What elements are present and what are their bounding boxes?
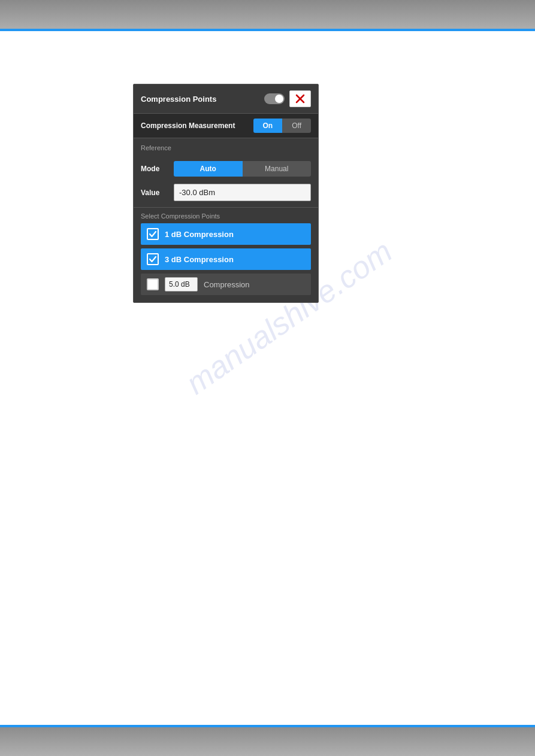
compression-toggle[interactable]	[264, 93, 285, 104]
bottom-bar	[0, 725, 535, 756]
auto-button[interactable]: Auto	[174, 161, 243, 177]
reference-section: Reference	[134, 138, 318, 157]
off-button[interactable]: Off	[282, 119, 311, 133]
select-compression-points-section: Select Compression Points 1 dB Compressi…	[134, 207, 318, 302]
on-button[interactable]: On	[253, 119, 283, 133]
check-icon-1db	[149, 230, 157, 238]
top-bar-blue-line	[0, 29, 535, 31]
compression-measurement-row: Compression Measurement On Off	[134, 114, 318, 138]
close-icon	[295, 93, 306, 104]
mode-row: Mode Auto Manual	[134, 157, 318, 180]
value-label: Value	[141, 189, 174, 197]
bottom-bar-blue-line	[0, 725, 535, 727]
manual-button[interactable]: Manual	[243, 161, 312, 177]
compression-points-dialog: Compression Points Compression Measureme…	[133, 84, 319, 303]
value-row: Value	[134, 180, 318, 207]
comp-item-1db-label: 1 dB Compression	[165, 230, 234, 239]
reference-label: Reference	[141, 144, 311, 151]
custom-comp-row: Compression	[141, 274, 311, 295]
mode-toggle: Auto Manual	[174, 161, 311, 177]
dialog-titlebar: Compression Points	[134, 84, 318, 114]
value-input[interactable]	[174, 184, 311, 201]
check-icon-3db	[149, 255, 157, 263]
close-button[interactable]	[289, 90, 311, 107]
comp-item-1db[interactable]: 1 dB Compression	[141, 223, 311, 245]
checkbox-custom[interactable]	[147, 278, 159, 290]
top-bar	[0, 0, 535, 31]
custom-comp-label: Compression	[204, 280, 250, 289]
on-off-toggle: On Off	[253, 119, 311, 133]
dialog-title: Compression Points	[141, 95, 216, 104]
checkbox-3db[interactable]	[147, 253, 159, 265]
checkbox-1db[interactable]	[147, 228, 159, 240]
comp-item-3db[interactable]: 3 dB Compression	[141, 248, 311, 270]
compression-measurement-label: Compression Measurement	[141, 122, 235, 130]
custom-db-input[interactable]	[165, 277, 198, 292]
mode-label: Mode	[141, 165, 174, 173]
select-cp-label: Select Compression Points	[141, 212, 311, 220]
comp-item-3db-label: 3 dB Compression	[165, 255, 234, 264]
